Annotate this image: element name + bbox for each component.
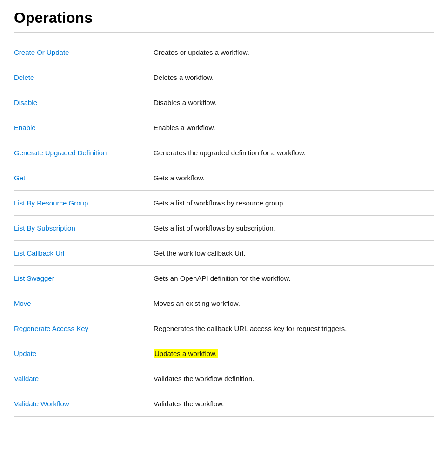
op-link-list-by-subscription[interactable]: List By Subscription bbox=[14, 224, 75, 232]
table-row: EnableEnables a workflow. bbox=[14, 115, 434, 140]
op-link-list-swagger[interactable]: List Swagger bbox=[14, 274, 54, 282]
op-desc-list-by-subscription: Gets a list of workflows by subscription… bbox=[154, 216, 434, 241]
op-desc-disable: Disables a workflow. bbox=[154, 90, 434, 115]
op-desc-delete: Deletes a workflow. bbox=[154, 65, 434, 90]
op-link-get[interactable]: Get bbox=[14, 174, 25, 182]
op-link-validate[interactable]: Validate bbox=[14, 375, 39, 383]
table-row: List SwaggerGets an OpenAPI definition f… bbox=[14, 266, 434, 291]
table-row: UpdateUpdates a workflow. bbox=[14, 341, 434, 366]
op-desc-create-or-update: Creates or updates a workflow. bbox=[154, 40, 434, 65]
op-link-update[interactable]: Update bbox=[14, 350, 36, 357]
table-row: MoveMoves an existing workflow. bbox=[14, 291, 434, 316]
op-desc-validate-workflow: Validates the workflow. bbox=[154, 391, 434, 416]
table-row: Validate WorkflowValidates the workflow. bbox=[14, 391, 434, 416]
op-desc-move: Moves an existing workflow. bbox=[154, 291, 434, 316]
op-desc-get: Gets a workflow. bbox=[154, 165, 434, 191]
op-link-move[interactable]: Move bbox=[14, 299, 31, 307]
op-desc-validate: Validates the workflow definition. bbox=[154, 366, 434, 391]
operations-table: Create Or UpdateCreates or updates a wor… bbox=[14, 40, 434, 416]
table-row: Generate Upgraded DefinitionGenerates th… bbox=[14, 140, 434, 165]
op-link-regenerate-access-key[interactable]: Regenerate Access Key bbox=[14, 324, 88, 332]
table-row: Create Or UpdateCreates or updates a wor… bbox=[14, 40, 434, 65]
op-link-generate-upgraded-definition[interactable]: Generate Upgraded Definition bbox=[14, 149, 107, 157]
table-row: List By Resource GroupGets a list of wor… bbox=[14, 191, 434, 216]
op-desc-list-callback-url: Get the workflow callback Url. bbox=[154, 241, 434, 266]
op-link-disable[interactable]: Disable bbox=[14, 99, 37, 106]
table-row: List Callback UrlGet the workflow callba… bbox=[14, 241, 434, 266]
op-desc-enable: Enables a workflow. bbox=[154, 115, 434, 140]
op-desc-list-by-resource-group: Gets a list of workflows by resource gro… bbox=[154, 191, 434, 216]
table-row: List By SubscriptionGets a list of workf… bbox=[14, 216, 434, 241]
op-link-create-or-update[interactable]: Create Or Update bbox=[14, 48, 69, 56]
op-link-validate-workflow[interactable]: Validate Workflow bbox=[14, 400, 69, 408]
op-desc-generate-upgraded-definition: Generates the upgraded definition for a … bbox=[154, 140, 434, 165]
page-title: Operations bbox=[14, 9, 434, 33]
table-row: Regenerate Access KeyRegenerates the cal… bbox=[14, 316, 434, 341]
table-row: ValidateValidates the workflow definitio… bbox=[14, 366, 434, 391]
op-desc-list-swagger: Gets an OpenAPI definition for the workf… bbox=[154, 266, 434, 291]
op-desc-update: Updates a workflow. bbox=[154, 341, 434, 366]
op-link-list-by-resource-group[interactable]: List By Resource Group bbox=[14, 199, 88, 207]
op-link-list-callback-url[interactable]: List Callback Url bbox=[14, 249, 64, 257]
table-row: GetGets a workflow. bbox=[14, 165, 434, 191]
op-link-enable[interactable]: Enable bbox=[14, 124, 36, 132]
op-desc-regenerate-access-key: Regenerates the callback URL access key … bbox=[154, 316, 434, 341]
op-link-delete[interactable]: Delete bbox=[14, 73, 34, 81]
table-row: DisableDisables a workflow. bbox=[14, 90, 434, 115]
table-row: DeleteDeletes a workflow. bbox=[14, 65, 434, 90]
